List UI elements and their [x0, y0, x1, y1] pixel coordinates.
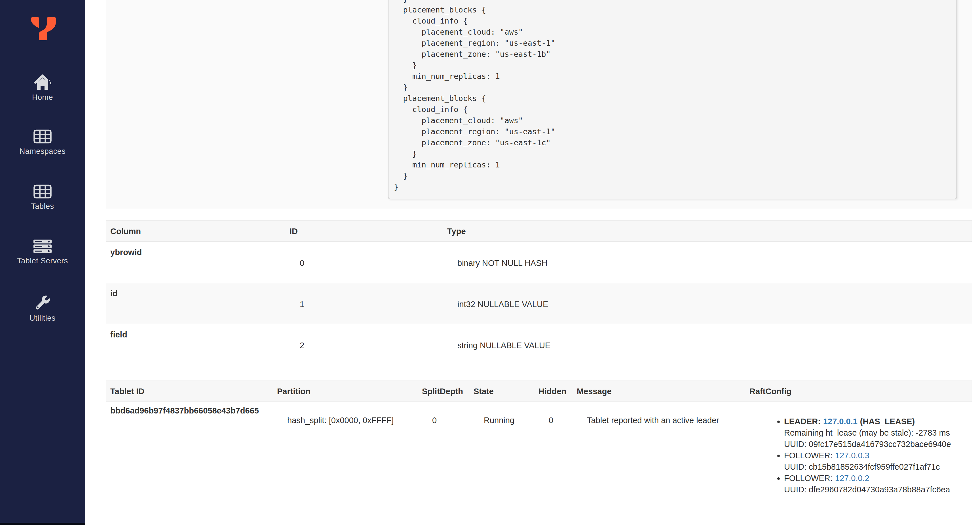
raft-lease-note: (HAS_LEASE): [860, 417, 915, 426]
main-content: } placement_blocks { cloud_info { placem…: [106, 0, 972, 523]
raft-uuid-line: UUID: 09fc17e515da416793cc732bace6940e: [784, 439, 972, 450]
column-id: 2: [285, 324, 443, 365]
grid-icon: [33, 129, 52, 144]
raft-ht-lease-line: Remaining ht_lease (may be stale): -2783…: [784, 427, 972, 439]
column-header-type: Type: [443, 221, 972, 242]
column-name: id: [106, 283, 285, 324]
replication-info-code: } placement_blocks { cloud_info { placem…: [388, 0, 957, 199]
columns-table: Column ID Type ybrowid 0 binary NOT NULL…: [106, 220, 972, 365]
table-row: field 2 string NULLABLE VALUE: [106, 324, 972, 365]
raft-follower-item: FOLLOWER:127.0.0.3 UUID: cb15b81852634fc…: [784, 450, 972, 472]
raft-role-label: FOLLOWER:: [784, 474, 832, 483]
tablet-state: Running: [469, 402, 534, 523]
sidebar-item-label: Utilities: [0, 314, 85, 323]
raft-leader-item: LEADER:127.0.0.1(HAS_LEASE) Remaining ht…: [784, 416, 972, 450]
raft-host-link[interactable]: 127.0.0.2: [835, 474, 869, 483]
column-id: 0: [285, 242, 443, 283]
column-type: string NULLABLE VALUE: [443, 324, 972, 365]
sidebar-bottom-strip: [0, 523, 85, 525]
sidebar-item-tables[interactable]: Tables: [0, 185, 85, 218]
raft-uuid-line: UUID: dfe2960782d04730a93a78b88a7fc6ea: [784, 484, 972, 495]
table-row: id 1 int32 NULLABLE VALUE: [106, 283, 972, 324]
raft-config-list: LEADER:127.0.0.1(HAS_LEASE) Remaining ht…: [749, 404, 972, 495]
column-header-column: Column: [106, 221, 285, 242]
raft-role-label: LEADER:: [784, 417, 821, 426]
table-row: ybrowid 0 binary NOT NULL HASH: [106, 242, 972, 283]
column-type: int32 NULLABLE VALUE: [443, 283, 972, 324]
tablet-id: bbd6ad96b97f4837bb66058e43b7d665: [106, 402, 272, 523]
tablet-header-hidden: Hidden: [534, 381, 572, 402]
tablet-partition: hash_split: [0x0000, 0xFFFF]: [272, 402, 417, 523]
sidebar-item-home[interactable]: Home: [0, 74, 85, 108]
tablet-header-splitdepth: SplitDepth: [417, 381, 469, 402]
raft-host-link[interactable]: 127.0.0.3: [835, 451, 869, 460]
home-icon: [34, 74, 51, 90]
column-name: field: [106, 324, 285, 365]
replication-info-row: } placement_blocks { cloud_info { placem…: [106, 0, 972, 209]
tablet-header-state: State: [469, 381, 534, 402]
tablet-header-tablet-id: Tablet ID: [106, 381, 272, 402]
tablet-message: Tablet reported with an active leader: [572, 402, 745, 523]
sidebar-item-label: Home: [0, 93, 85, 102]
sidebar-item-label: Tablet Servers: [0, 257, 85, 265]
column-type: binary NOT NULL HASH: [443, 242, 972, 283]
yugabyte-logo[interactable]: [30, 17, 56, 41]
tablet-header-raftconfig: RaftConfig: [745, 381, 972, 402]
raft-host-link[interactable]: 127.0.0.1: [823, 417, 858, 426]
raft-role-label: FOLLOWER:: [784, 451, 832, 460]
sidebar-item-label: Namespaces: [0, 147, 85, 156]
raft-follower-item: FOLLOWER:127.0.0.2 UUID: dfe2960782d0473…: [784, 472, 972, 495]
column-header-id: ID: [285, 221, 443, 242]
sidebar-item-utilities[interactable]: Utilities: [0, 295, 85, 328]
raft-uuid-line: UUID: cb15b81852634fcf959ffe027f1af71c: [784, 461, 972, 472]
tablets-table-header-row: Tablet ID Partition SplitDepth State Hid…: [106, 381, 972, 402]
yugabyte-logo-icon: [30, 17, 56, 41]
tablet-header-message: Message: [572, 381, 745, 402]
tablet-split-depth: 0: [417, 402, 469, 523]
column-id: 1: [285, 283, 443, 324]
sidebar: Home Namespaces Tables: [0, 0, 85, 525]
tablet-raft-config: LEADER:127.0.0.1(HAS_LEASE) Remaining ht…: [745, 402, 972, 523]
columns-table-header-row: Column ID Type: [106, 221, 972, 242]
table-row: bbd6ad96b97f4837bb66058e43b7d665 hash_sp…: [106, 402, 972, 523]
sidebar-item-label: Tables: [0, 202, 85, 211]
wrench-icon: [35, 295, 51, 310]
grid-icon: [33, 185, 52, 199]
sidebar-nav: Home Namespaces Tables: [0, 74, 85, 349]
tablets-table: Tablet ID Partition SplitDepth State Hid…: [106, 381, 972, 523]
tablet-hidden: 0: [534, 402, 572, 523]
servers-icon: [33, 239, 52, 253]
column-name: ybrowid: [106, 242, 285, 283]
section-gap: [106, 209, 972, 220]
tablet-header-partition: Partition: [272, 381, 417, 402]
sidebar-item-namespaces[interactable]: Namespaces: [0, 129, 85, 163]
sidebar-item-tablet-servers[interactable]: Tablet Servers: [0, 239, 85, 273]
